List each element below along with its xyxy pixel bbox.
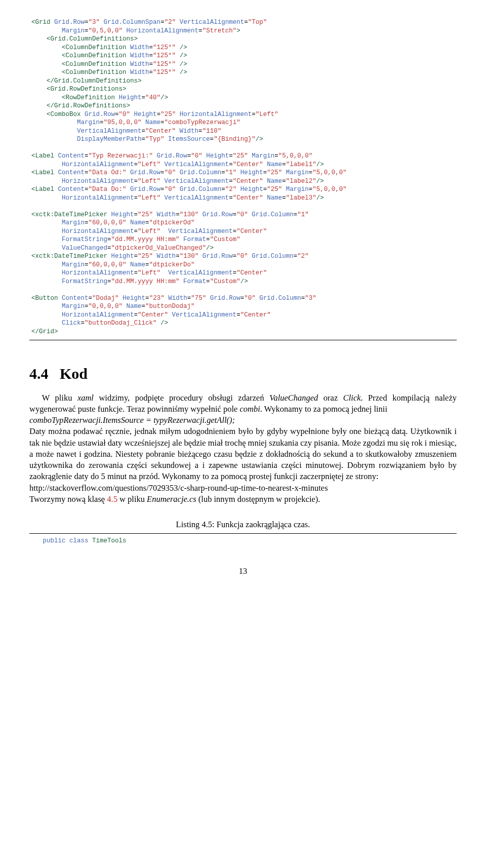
section-heading: 4.4 Kod [29,364,457,384]
section-title: Kod [60,365,88,382]
page-number: 13 [29,566,457,577]
section-number: 4.4 [29,365,49,382]
listing-caption: Listing 4.5: Funkcja zaokrąglająca czas. [29,519,457,530]
cross-reference[interactable]: 4.5 [107,494,117,504]
code-listing-csharp: public class TimeTools [29,533,457,545]
body-paragraphs: W pliku xaml widzimy, podpięte procedury… [29,392,457,505]
code-listing-xaml: <Grid Grid.Row="3" Grid.ColumnSpan="2" V… [29,18,457,340]
